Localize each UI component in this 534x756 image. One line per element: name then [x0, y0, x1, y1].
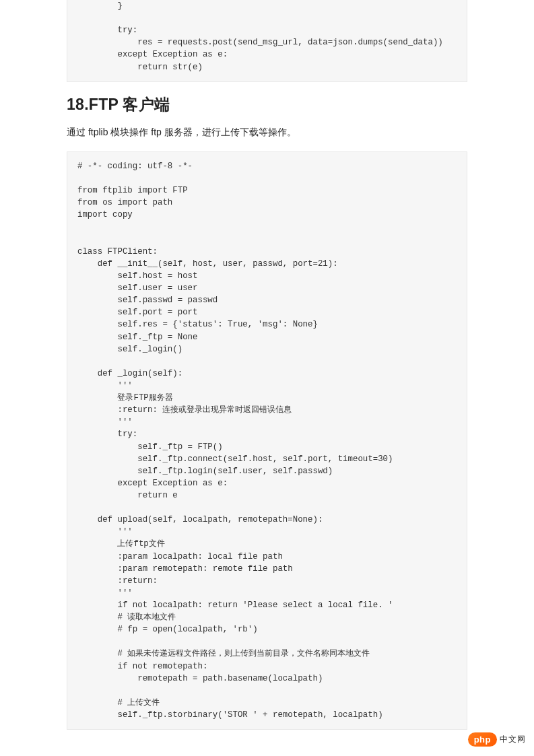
site-badge: php 中文网: [468, 732, 526, 747]
section-heading: 18.FTP 客户端: [67, 94, 467, 115]
code-block-ftp: # -*- coding: utf-8 -*- from ftplib impo…: [67, 151, 467, 730]
code-block-prev: } try: res = requests.post(send_msg_url,…: [67, 0, 467, 82]
section-description: 通过 ftplib 模块操作 ftp 服务器，进行上传下载等操作。: [67, 125, 467, 139]
php-logo-text: 中文网: [500, 734, 526, 745]
php-logo-pill: php: [468, 732, 497, 747]
